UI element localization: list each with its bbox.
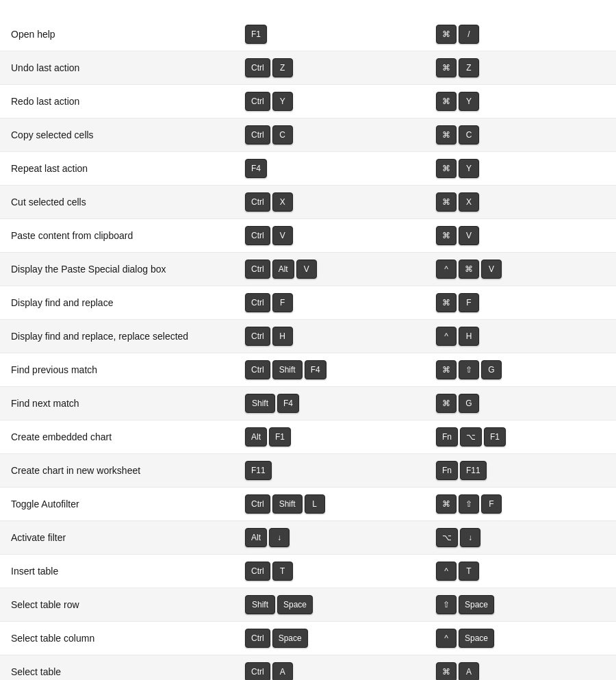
mac-keys-cell: ^Space	[425, 622, 616, 655]
key-badge: F4	[277, 394, 299, 413]
windows-keys-cell: CtrlAltV	[234, 253, 425, 286]
key-badge: F1	[245, 25, 267, 44]
key-badge: Shift	[272, 494, 303, 514]
key-badge: ⌘	[436, 394, 457, 413]
key-badge: A	[272, 662, 293, 680]
action-label: Create chart in new worksheet	[0, 454, 234, 488]
table-row: Copy selected cellsCtrlC⌘C	[0, 118, 616, 152]
table-row: Display find and replaceCtrlF⌘F	[0, 286, 616, 320]
table-row: Cut selected cellsCtrlX⌘X	[0, 186, 616, 219]
key-badge: Fn	[436, 461, 458, 480]
key-badge: ⌘	[436, 494, 457, 514]
key-badge: F	[459, 293, 479, 312]
mac-keys-cell: ⌘/	[425, 18, 616, 51]
key-badge: Ctrl	[245, 192, 270, 212]
mac-keys-cell: ⌘G	[425, 387, 616, 420]
key-badge: ⌘	[436, 293, 457, 312]
key-badge: F11	[460, 461, 487, 480]
key-badge: ⇧	[459, 494, 479, 514]
windows-keys-cell: CtrlShiftL	[234, 488, 425, 521]
key-badge: A	[459, 662, 479, 680]
mac-keys-cell: ⌘⇧G	[425, 353, 616, 387]
windows-keys-cell: ShiftF4	[234, 387, 425, 420]
key-badge: Ctrl	[245, 260, 270, 279]
mac-keys-cell: ⌘V	[425, 219, 616, 253]
action-label: Open help	[0, 18, 234, 51]
table-row: Find next matchShiftF4⌘G	[0, 387, 616, 420]
windows-keys-cell: F4	[234, 152, 425, 186]
mac-keys-cell: ^T	[425, 555, 616, 588]
key-badge: Ctrl	[245, 327, 270, 346]
mac-keys-cell: ⌘F	[425, 286, 616, 320]
key-badge: F11	[245, 461, 272, 480]
key-badge: Ctrl	[245, 494, 270, 514]
mac-keys-cell: ⌘X	[425, 186, 616, 219]
action-label: Copy selected cells	[0, 118, 234, 152]
mac-keys-cell: ^H	[425, 320, 616, 353]
mac-keys-cell: ^⌘V	[425, 253, 616, 286]
windows-keys-cell: ShiftSpace	[234, 588, 425, 622]
key-badge: Ctrl	[245, 662, 270, 680]
key-badge: ⌘	[436, 662, 457, 680]
key-badge: ⌘	[459, 260, 479, 279]
key-badge: G	[481, 360, 502, 379]
key-badge: ↓	[269, 528, 290, 547]
table-row: Repeat last actionF4⌘Y	[0, 152, 616, 186]
action-label: Find previous match	[0, 353, 234, 387]
key-badge: H	[272, 327, 293, 346]
section-title	[0, 8, 616, 18]
windows-keys-cell: CtrlV	[234, 219, 425, 253]
key-badge: H	[459, 327, 479, 346]
action-label: Activate filter	[0, 521, 234, 555]
key-badge: Shift	[272, 360, 303, 379]
action-label: Select table row	[0, 588, 234, 622]
key-badge: L	[305, 494, 325, 514]
table-row: Paste content from clipboardCtrlV⌘V	[0, 219, 616, 253]
key-badge: Y	[459, 159, 479, 178]
key-badge: Ctrl	[245, 125, 270, 144]
mac-keys-cell: ⌘⇧F	[425, 488, 616, 521]
action-label: Find next match	[0, 387, 234, 420]
key-badge: T	[459, 562, 479, 581]
key-badge: F1	[269, 427, 291, 446]
key-badge: ^	[436, 260, 457, 279]
key-badge: T	[272, 562, 293, 581]
key-badge: Z	[272, 58, 293, 77]
windows-keys-cell: CtrlZ	[234, 51, 425, 85]
table-row: Insert tableCtrlT^T	[0, 555, 616, 588]
key-badge: Z	[459, 58, 479, 77]
windows-keys-cell: F1	[234, 18, 425, 51]
key-badge: F	[272, 293, 293, 312]
key-badge: Ctrl	[245, 629, 270, 648]
table-row: Display the Paste Special dialog boxCtrl…	[0, 253, 616, 286]
action-label: Select table column	[0, 622, 234, 655]
windows-keys-cell: CtrlH	[234, 320, 425, 353]
key-badge: Alt	[272, 260, 294, 279]
key-badge: ↓	[460, 528, 480, 547]
key-badge: ⌘	[436, 159, 457, 178]
key-badge: ⇧	[459, 360, 479, 379]
action-label: Repeat last action	[0, 152, 234, 186]
key-badge: Ctrl	[245, 562, 270, 581]
key-badge: Fn	[436, 427, 458, 446]
key-badge: X	[459, 192, 479, 212]
mac-keys-cell: FnF11	[425, 454, 616, 488]
key-badge: ⌥	[436, 528, 458, 547]
key-badge: V	[296, 260, 317, 279]
key-badge: ⌘	[436, 25, 457, 44]
key-badge: Space	[459, 595, 494, 614]
mac-keys-cell: ⌘Z	[425, 51, 616, 85]
table-row: Select table columnCtrlSpace^Space	[0, 622, 616, 655]
key-badge: X	[272, 192, 293, 212]
mac-keys-cell: ⇧Space	[425, 588, 616, 622]
action-label: Display find and replace	[0, 286, 234, 320]
action-label: Create embedded chart	[0, 420, 234, 454]
key-badge: F4	[305, 360, 326, 379]
table-row: Select table rowShiftSpace⇧Space	[0, 588, 616, 622]
action-label: Paste content from clipboard	[0, 219, 234, 253]
key-badge: V	[459, 226, 479, 245]
table-row: Activate filterAlt↓⌥↓	[0, 521, 616, 555]
key-badge: Y	[459, 92, 479, 111]
mac-keys-cell: ⌥↓	[425, 521, 616, 555]
key-badge: G	[459, 394, 479, 413]
